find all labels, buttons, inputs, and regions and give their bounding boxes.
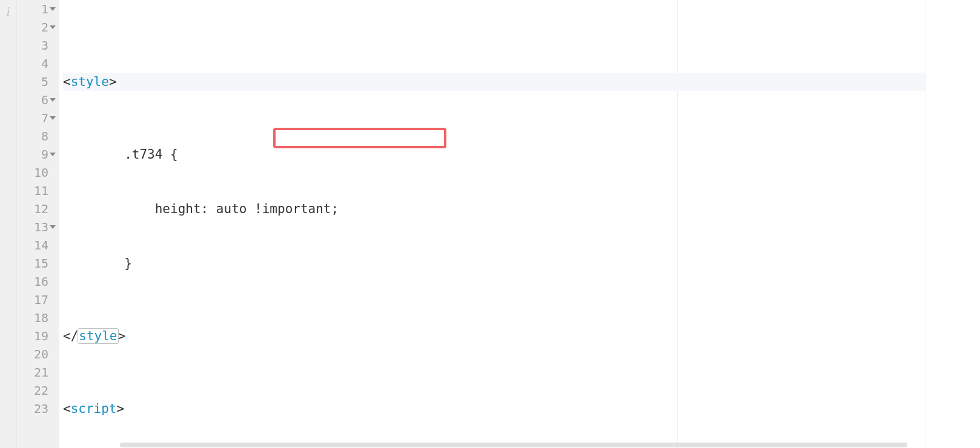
- line-number[interactable]: 12: [17, 200, 57, 218]
- code-text: >: [118, 329, 126, 343]
- horizontal-scrollbar[interactable]: [59, 442, 980, 448]
- line-number[interactable]: 9: [17, 145, 57, 163]
- line-number[interactable]: 11: [17, 182, 57, 200]
- code-line[interactable]: .t734 {: [63, 145, 980, 163]
- code-text: <: [63, 401, 71, 416]
- code-text: style: [78, 329, 118, 343]
- line-number[interactable]: 16: [17, 272, 57, 291]
- code-line[interactable]: </style>: [63, 327, 980, 345]
- line-number[interactable]: 14: [17, 236, 57, 254]
- print-margin: [677, 0, 678, 448]
- info-column: i: [0, 0, 17, 448]
- code-text: script: [71, 401, 117, 416]
- line-number-gutter[interactable]: 1234567891011121314151617181920212223: [17, 0, 59, 448]
- code-text: >: [109, 74, 117, 89]
- line-number[interactable]: 17: [17, 291, 57, 309]
- code-text: .t734 {: [63, 147, 178, 162]
- line-number[interactable]: 19: [17, 327, 57, 345]
- line-number[interactable]: 13: [17, 218, 57, 236]
- line-number[interactable]: 8: [17, 127, 57, 145]
- line-number[interactable]: 21: [17, 363, 57, 381]
- code-text: style: [71, 74, 109, 89]
- code-line[interactable]: }: [63, 254, 980, 272]
- line-number[interactable]: 3: [17, 36, 57, 54]
- code-text: height: auto !important;: [63, 202, 339, 216]
- code-text: </: [63, 329, 78, 343]
- line-number[interactable]: 23: [17, 400, 57, 418]
- line-number[interactable]: 22: [17, 381, 57, 400]
- code-area[interactable]: <style> .t734 { height: auto !important;…: [59, 0, 980, 448]
- line-number[interactable]: 18: [17, 309, 57, 327]
- line-number[interactable]: 4: [17, 54, 57, 73]
- code-text: <: [63, 74, 71, 89]
- code-line[interactable]: height: auto !important;: [63, 200, 980, 218]
- code-line[interactable]: <script>: [63, 400, 980, 418]
- code-editor[interactable]: i 1234567891011121314151617181920212223 …: [0, 0, 980, 448]
- line-number[interactable]: 20: [17, 345, 57, 363]
- line-number[interactable]: 6: [17, 91, 57, 109]
- line-number[interactable]: 1: [17, 0, 57, 18]
- right-fade: [925, 0, 980, 448]
- code-line[interactable]: <style>: [63, 73, 980, 91]
- line-number[interactable]: 7: [17, 109, 57, 127]
- line-number[interactable]: 10: [17, 163, 57, 182]
- line-number[interactable]: 15: [17, 254, 57, 272]
- code-text: }: [63, 256, 132, 271]
- scrollbar-thumb[interactable]: [120, 443, 907, 447]
- code-text: >: [117, 401, 125, 416]
- line-number[interactable]: 2: [17, 18, 57, 36]
- line-number[interactable]: 5: [17, 73, 57, 91]
- info-icon: i: [7, 5, 10, 18]
